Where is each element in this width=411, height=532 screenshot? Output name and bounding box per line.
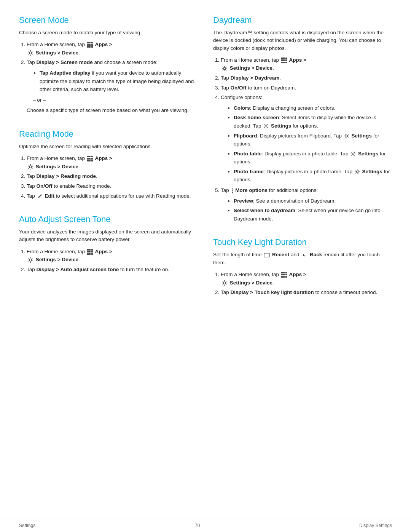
settings-gear-icon bbox=[263, 123, 269, 129]
step-item: Tap More options for additional options:… bbox=[221, 186, 392, 223]
reading-mode-title: Reading Mode bbox=[19, 129, 198, 139]
svg-line-70 bbox=[358, 170, 359, 171]
option-item: Flipboard: Display pictures from Flipboa… bbox=[234, 132, 392, 148]
touch-key-desc: Set the length of time Recent and Back r… bbox=[213, 251, 392, 267]
svg-line-43 bbox=[268, 125, 268, 125]
step-item: Configure options: Colors: Display a cha… bbox=[221, 93, 392, 184]
back-icon bbox=[301, 253, 307, 257]
step-item: From a Home screen, tap Apps > Settings … bbox=[221, 56, 392, 72]
option-item: Preview: See a demonstration of Daydream… bbox=[234, 197, 392, 205]
content-area: Screen Mode Choose a screen mode to matc… bbox=[0, 0, 411, 532]
svg-point-27 bbox=[223, 67, 226, 70]
svg-line-24 bbox=[32, 261, 32, 262]
touch-key-title: Touch Key Light Duration bbox=[213, 237, 392, 247]
settings-icon bbox=[27, 164, 33, 170]
option-item: Select when to daydream: Select when you… bbox=[234, 206, 392, 223]
apps-icon bbox=[87, 156, 93, 161]
svg-line-83 bbox=[226, 281, 226, 281]
page: Screen Mode Choose a screen mode to matc… bbox=[0, 0, 411, 532]
svg-line-32 bbox=[223, 67, 223, 67]
svg-line-59 bbox=[352, 152, 352, 153]
section-auto-adjust: Auto Adjust Screen Tone Your device anal… bbox=[19, 214, 198, 276]
svg-line-84 bbox=[223, 284, 223, 285]
settings-icon bbox=[221, 66, 228, 72]
footer-right: Display Settings bbox=[359, 523, 392, 528]
svg-line-52 bbox=[348, 134, 348, 134]
edit-icon bbox=[37, 193, 43, 199]
section-screen-mode: Screen Mode Choose a screen mode to matc… bbox=[19, 15, 198, 117]
daydream-options: Colors: Display a changing screen of col… bbox=[227, 104, 392, 184]
auto-adjust-steps: From a Home screen, tap Apps > Settings … bbox=[19, 248, 198, 274]
svg-point-18 bbox=[29, 259, 32, 261]
footer-left: Settings bbox=[19, 523, 35, 528]
option-item: Photo frame: Display pictures in a photo… bbox=[234, 168, 392, 184]
svg-line-61 bbox=[354, 152, 355, 153]
step-item: Tap Display > Touch key light duration t… bbox=[221, 288, 392, 297]
step-item: Tap Display > Daydream. bbox=[221, 74, 392, 82]
screen-mode-desc: Choose a screen mode to match your type … bbox=[19, 29, 198, 37]
svg-rect-75 bbox=[264, 253, 269, 257]
option-item: Photo table: Display pictures in a photo… bbox=[234, 150, 392, 166]
footer: Settings 70 Display Settings bbox=[0, 519, 411, 532]
daydream-desc: The Daydream™ setting controls what is d… bbox=[213, 29, 392, 52]
step-item: From a Home screen, tap Apps > Settings … bbox=[27, 154, 198, 171]
svg-line-34 bbox=[226, 67, 226, 67]
svg-line-53 bbox=[345, 137, 345, 137]
more-options-list: Preview: See a demonstration of Daydream… bbox=[227, 197, 392, 223]
more-options-icon bbox=[231, 188, 233, 193]
settings-icon bbox=[27, 257, 33, 263]
daydream-steps: From a Home screen, tap Apps > Settings … bbox=[213, 56, 392, 223]
apps-icon bbox=[281, 272, 287, 278]
svg-point-74 bbox=[232, 192, 233, 193]
apps-icon bbox=[87, 42, 93, 48]
subitem: Tap Adaptive display if you want your de… bbox=[40, 69, 198, 94]
step-item: Tap On/Off to turn on Daydream. bbox=[221, 84, 392, 92]
svg-point-0 bbox=[29, 52, 32, 54]
svg-line-42 bbox=[268, 128, 268, 128]
svg-line-23 bbox=[29, 258, 29, 259]
svg-line-15 bbox=[32, 168, 32, 169]
svg-point-63 bbox=[356, 171, 358, 173]
svg-point-36 bbox=[265, 125, 267, 127]
section-reading-mode: Reading Mode Optimize the screen for rea… bbox=[19, 129, 198, 202]
svg-line-7 bbox=[32, 51, 32, 51]
svg-line-71 bbox=[355, 173, 356, 174]
left-column: Screen Mode Choose a screen mode to matc… bbox=[19, 15, 198, 502]
settings-icon bbox=[27, 50, 33, 56]
section-touch-key: Touch Key Light Duration Set the length … bbox=[213, 237, 392, 299]
screen-mode-title: Screen Mode bbox=[19, 15, 198, 25]
svg-line-5 bbox=[29, 51, 29, 51]
svg-line-69 bbox=[358, 173, 359, 174]
settings-gear-icon bbox=[344, 133, 349, 139]
right-column: Daydream The Daydream™ setting controls … bbox=[213, 15, 392, 502]
svg-line-26 bbox=[29, 261, 29, 262]
svg-line-44 bbox=[264, 128, 265, 128]
daydream-title: Daydream bbox=[213, 15, 392, 25]
footer-center: 70 bbox=[195, 523, 200, 528]
auto-adjust-desc: Your device analyzes the images displaye… bbox=[19, 228, 198, 244]
step-item: Tap On/Off to enable Reading mode. bbox=[27, 182, 198, 190]
step-item: Tap Display > Auto adjust screen tone to… bbox=[27, 265, 198, 274]
reading-mode-steps: From a Home screen, tap Apps > Settings … bbox=[19, 154, 198, 200]
svg-line-6 bbox=[32, 54, 32, 55]
step-item: From a Home screen, tap Apps > Settings … bbox=[27, 248, 198, 264]
svg-line-35 bbox=[223, 70, 223, 70]
svg-line-68 bbox=[355, 170, 356, 171]
step-item: Tap Edit to select additional applicatio… bbox=[27, 192, 198, 200]
svg-line-17 bbox=[29, 168, 29, 169]
svg-line-60 bbox=[354, 155, 355, 155]
svg-line-33 bbox=[226, 70, 226, 70]
settings-gear-icon bbox=[355, 169, 360, 174]
step-item: From a Home screen, tap Apps > Settings … bbox=[27, 40, 198, 57]
apps-icon bbox=[281, 58, 287, 63]
svg-line-8 bbox=[29, 54, 29, 55]
or-text: – or – bbox=[27, 96, 198, 104]
svg-line-82 bbox=[226, 284, 226, 285]
section-daydream: Daydream The Daydream™ setting controls … bbox=[213, 15, 392, 225]
option-item: Colors: Display a changing screen of col… bbox=[234, 104, 392, 112]
screen-mode-steps: From a Home screen, tap Apps > Settings … bbox=[19, 40, 198, 115]
svg-line-81 bbox=[223, 281, 223, 281]
step-item: Tap Display > Reading mode. bbox=[27, 172, 198, 181]
svg-line-62 bbox=[352, 155, 352, 155]
svg-line-41 bbox=[264, 125, 265, 125]
